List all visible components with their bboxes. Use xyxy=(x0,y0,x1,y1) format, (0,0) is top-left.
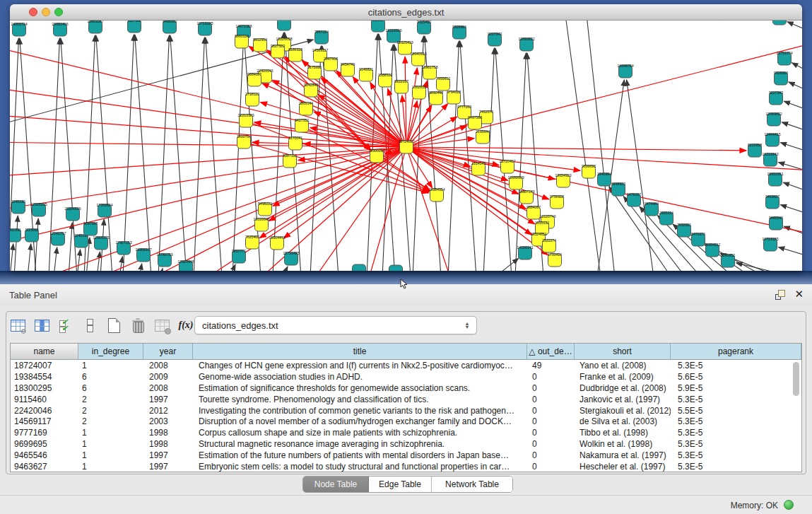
network-node[interactable]: 20206536 xyxy=(64,206,81,221)
function-builder-button[interactable]: f(x) xyxy=(177,316,195,334)
network-node[interactable]: 24055724 xyxy=(11,22,27,37)
table-cell[interactable]: 1998 xyxy=(143,428,193,438)
network-node[interactable]: 8813054 xyxy=(371,21,385,32)
column-header-pagerank[interactable]: pagerank xyxy=(671,344,801,359)
network-node[interactable]: 20691406 xyxy=(52,22,68,37)
column-header-short[interactable]: short xyxy=(575,344,671,359)
network-node[interactable]: 18807249 xyxy=(518,189,534,204)
network-node[interactable]: 1115068 xyxy=(25,228,39,243)
network-node[interactable]: 17359924 xyxy=(96,203,112,218)
network-node[interactable]: 19384554 xyxy=(428,187,445,202)
network-node[interactable]: 12213389 xyxy=(237,113,254,128)
network-node[interactable]: 8938923 xyxy=(611,182,625,197)
table-cell[interactable]: Changes of HCN gene expression and I(f) … xyxy=(193,361,527,370)
table-selector-dropdown[interactable]: citations_edges.txt ▲▼ xyxy=(194,316,477,334)
table-row[interactable]: 946362711997Embryonic stem cells: a mode… xyxy=(11,461,801,472)
network-node[interactable]: 1588520 xyxy=(378,73,392,88)
network-node[interactable]: 9827503 xyxy=(271,44,285,59)
table-cell[interactable]: 1 xyxy=(78,439,143,449)
table-row[interactable]: 969969511998Structural magnetic resonanc… xyxy=(11,438,801,450)
table-cell[interactable]: 9699695 xyxy=(11,439,78,449)
table-cell[interactable]: Investigating the contribution of common… xyxy=(193,406,527,416)
network-node[interactable]: 9227343 xyxy=(769,90,783,105)
network-node[interactable]: 14196141 xyxy=(517,245,533,260)
table-cell[interactable]: 2012 xyxy=(143,406,193,416)
network-node[interactable]: 12444415 xyxy=(764,132,780,147)
network-node[interactable]: 8186328 xyxy=(288,47,302,62)
network-node[interactable] xyxy=(353,264,366,271)
network-node[interactable]: 7632621 xyxy=(677,223,691,238)
table-cell[interactable]: 5.3E-5 xyxy=(671,416,801,426)
network-node[interactable]: 15720407 xyxy=(499,159,515,174)
network-node[interactable]: 6497568 xyxy=(468,115,482,130)
network-node[interactable]: 16914479 xyxy=(269,235,285,250)
table-cell[interactable]: 22420046 xyxy=(11,406,78,416)
network-node[interactable]: 13654923 xyxy=(555,173,571,188)
table-cell[interactable]: de Silva et al. (2003) xyxy=(575,416,671,426)
table-cell[interactable]: Franke et al. (2009) xyxy=(575,372,671,382)
network-node[interactable]: 1840994 xyxy=(597,172,611,187)
table-cell[interactable]: Wolkin et al. (1998) xyxy=(575,439,671,449)
table-cell[interactable]: 1997 xyxy=(143,395,193,404)
table-cell[interactable]: 0 xyxy=(527,372,575,382)
table-cell[interactable]: 0 xyxy=(527,439,575,449)
network-node[interactable]: 12923448 xyxy=(177,259,194,271)
network-node[interactable]: 6794028 xyxy=(447,90,461,105)
column-header-out_de[interactable]: △ out_de… xyxy=(527,344,575,359)
table-cell[interactable]: 5.6E-5 xyxy=(671,372,801,382)
network-node[interactable]: 18724007 xyxy=(398,139,414,154)
table-cell[interactable]: 2 xyxy=(78,416,143,426)
network-node[interactable]: 15751074 xyxy=(776,51,792,66)
network-node[interactable]: 8427552 xyxy=(295,118,309,133)
table-cell[interactable]: 0 xyxy=(527,450,575,460)
column-header-title[interactable]: title xyxy=(193,344,527,359)
network-node[interactable]: 15716485 xyxy=(283,251,299,266)
table-cell[interactable]: 49 xyxy=(527,361,575,370)
network-node[interactable]: 12142757 xyxy=(49,231,66,246)
network-node[interactable]: 8960124 xyxy=(235,34,249,49)
table-cell[interactable]: 6 xyxy=(78,372,143,382)
network-node[interactable]: 2867608 xyxy=(324,57,338,71)
table-row[interactable]: 977716911998Corpus callosum shape and si… xyxy=(11,427,801,438)
delete-table-button[interactable] xyxy=(129,316,147,334)
network-node[interactable]: 1527602 xyxy=(127,21,141,33)
table-cell[interactable]: 2008 xyxy=(143,361,193,370)
network-node[interactable] xyxy=(389,265,403,271)
network-node[interactable]: 9175685 xyxy=(307,65,322,80)
network-node[interactable]: 8990448 xyxy=(429,90,443,105)
network-node[interactable]: 1810754 xyxy=(237,134,251,149)
network-node[interactable]: 10688609 xyxy=(507,175,524,190)
network-node[interactable]: 12505135 xyxy=(93,235,109,250)
table-cell[interactable]: 14569117 xyxy=(11,416,78,426)
network-node[interactable]: 9242848 xyxy=(304,83,318,98)
table-settings-button[interactable]: ⚙ xyxy=(8,316,27,334)
network-node[interactable]: 8322037 xyxy=(394,79,408,94)
table-cell[interactable]: 5.9E-5 xyxy=(671,383,801,393)
network-node[interactable]: 8813054 xyxy=(772,21,787,25)
table-cell[interactable]: 9115460 xyxy=(11,395,78,404)
network-node[interactable]: 17957253 xyxy=(115,240,131,255)
network-canvas[interactable]: 2405572420691406108532871527602646616010… xyxy=(10,21,802,271)
show-column-button[interactable] xyxy=(33,316,51,334)
row-options-button[interactable] xyxy=(81,316,99,334)
network-node[interactable]: 1733426 xyxy=(548,252,562,267)
network-node[interactable]: 5498222 xyxy=(258,201,272,216)
table-cell[interactable]: 2 xyxy=(78,406,143,416)
network-node[interactable]: 7857224 xyxy=(314,30,329,45)
table-cell[interactable]: 19384554 xyxy=(11,372,78,382)
network-node[interactable]: 2803144 xyxy=(299,101,313,116)
table-cell[interactable]: 5.5E-5 xyxy=(671,406,801,416)
table-cell[interactable]: 5.3E-5 xyxy=(671,439,801,449)
network-node[interactable]: 9884067 xyxy=(247,72,261,87)
table-cell[interactable]: 0 xyxy=(527,462,575,472)
table-cell[interactable]: 9465546 xyxy=(11,450,78,460)
table-row[interactable]: 911546021997Tourette syndrome. Phenomeno… xyxy=(11,394,801,405)
tab-network-table[interactable]: Network Table xyxy=(432,477,512,492)
network-node[interactable]: 16958107 xyxy=(135,247,151,262)
network-node[interactable]: 16782759 xyxy=(156,252,172,267)
table-cell[interactable]: 1997 xyxy=(143,450,193,460)
table-row[interactable]: 946554611997Estimation of the future num… xyxy=(11,450,801,461)
float-panel-icon[interactable] xyxy=(775,290,785,300)
table-cell[interactable]: Dudbridge et al. (2008) xyxy=(575,383,671,393)
table-cell[interactable]: 2 xyxy=(78,395,143,404)
